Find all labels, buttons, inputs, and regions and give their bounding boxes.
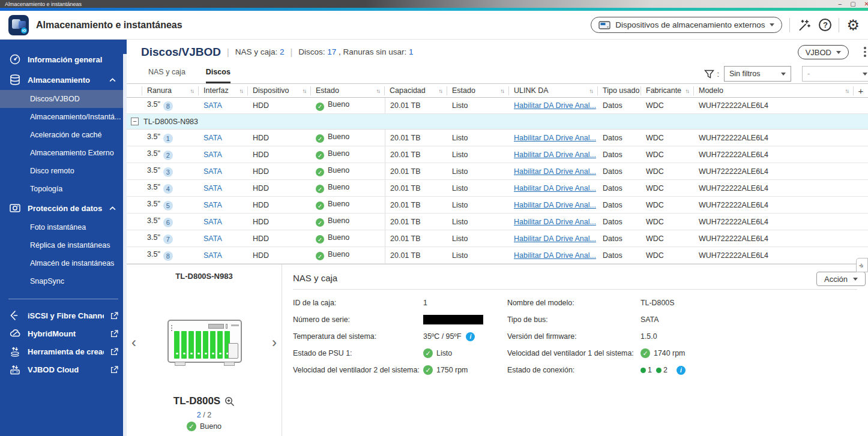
ulink-da-link[interactable]: Habilitar DA Drive Anal... (514, 201, 596, 209)
interface-link[interactable]: SATA (199, 234, 248, 243)
table-row[interactable]: 3.5"2 SATA HDD ✓Bueno 20.01 TB Listo Hab… (127, 146, 868, 163)
more-options-icon[interactable] (862, 47, 868, 57)
ulink-da-link[interactable]: Habilitar DA Drive Anal... (514, 101, 596, 110)
sidebar-item-aceleracion-cache[interactable]: Aceleración de caché (0, 126, 127, 144)
sidebar-item-topologia[interactable]: Topología (0, 180, 127, 198)
field-label: Velocidad del ventilador 1 del sistema: (507, 345, 640, 362)
table-header: Ranura↑↓ Interfaz↑↓ Dispositivo↑↓ Estado… (127, 84, 868, 98)
sidebar-item-almacen-instantaneas[interactable]: Almacén de instantáneas (0, 254, 127, 272)
interface-link[interactable]: SATA (199, 201, 248, 209)
sidebar-item-replica-instantaneas[interactable]: Réplica de instantáneas (0, 236, 127, 254)
sort-icon[interactable]: ↑↓ (190, 88, 195, 94)
add-column-button[interactable]: + (854, 86, 868, 96)
info-icon[interactable]: i (466, 332, 475, 341)
slot-number-badge: 5 (163, 201, 173, 211)
sort-icon[interactable]: ↑↓ (376, 88, 381, 94)
status-ok-icon: ✓ (316, 185, 324, 193)
wand-icon[interactable] (797, 18, 812, 32)
sidebar-item-proteccion-datos[interactable]: Protección de datos (0, 198, 127, 218)
external-storage-devices-button[interactable]: Dispositivos de almacenamiento externos (591, 17, 782, 33)
slot-number-badge: 8 (163, 251, 173, 261)
sort-icon[interactable]: ↑↓ (501, 88, 505, 94)
sort-icon[interactable]: ↑↓ (686, 88, 690, 94)
zoom-in-icon[interactable] (225, 396, 235, 407)
ulink-da-link[interactable]: Habilitar DA Drive Anal... (514, 218, 596, 226)
secondary-filter-select[interactable]: - (802, 66, 868, 82)
collapse-icon[interactable]: − (131, 118, 139, 125)
health-cell: ✓Bueno (311, 250, 385, 261)
sidebar-item-almacenamiento-instantaneas[interactable]: Almacenamiento/Instantá... (0, 108, 127, 126)
chevron-down-icon (781, 73, 786, 76)
sort-icon[interactable]: ↑↓ (439, 88, 444, 94)
interface-link[interactable]: SATA (199, 151, 248, 159)
tab-nas-y-caja[interactable]: NAS y caja (148, 68, 185, 83)
tab-bar: NAS y caja Discos : Sin filtros - (127, 64, 868, 84)
health-cell: ✓Bueno (311, 217, 385, 227)
ulink-da-link[interactable]: Habilitar DA Drive Anal... (514, 184, 596, 193)
table-row[interactable]: 3.5"7 SATA HDD ✓Bueno 20.01 TB Listo Hab… (127, 230, 868, 247)
ulink-da-link[interactable]: Habilitar DA Drive Anal... (514, 234, 596, 243)
sidebar-item-informacion-general[interactable]: Información general (0, 49, 127, 70)
sidebar-item-snapsync[interactable]: SnapSync (0, 272, 127, 290)
field-label: Estado de conexión: (507, 362, 640, 378)
enclosure-group-row[interactable]: − TL-D800S-N983 (127, 114, 868, 130)
divider (293, 289, 857, 290)
enclosure-image[interactable] (167, 320, 242, 363)
interface-link[interactable]: SATA (199, 101, 248, 110)
sidebar-item-foto-instantanea[interactable]: Foto instantánea (0, 218, 127, 236)
sidebar-item-herramienta-creacion[interactable]: Herramienta de creaci... (0, 342, 127, 360)
sort-icon[interactable]: ↑↓ (589, 88, 594, 94)
action-button[interactable]: Acción (816, 272, 866, 286)
tab-discos[interactable]: Discos (206, 68, 231, 83)
prev-enclosure-button[interactable]: ‹ (131, 335, 136, 350)
chevron-up-icon (109, 78, 116, 82)
enclosure-title: TL-D800S-N983 (127, 272, 282, 281)
info-icon[interactable]: i (677, 366, 686, 375)
interface-link[interactable]: SATA (199, 134, 248, 142)
ulink-da-link[interactable]: Habilitar DA Drive Anal... (514, 151, 596, 159)
sidebar-item-discos-vjbod[interactable]: Discos/VJBOD (0, 90, 127, 108)
sidebar-item-almacenamiento-externo[interactable]: Almacenamiento Externo (0, 144, 127, 162)
field-label: Número de serie: (293, 311, 423, 328)
interface-link[interactable]: SATA (199, 251, 248, 260)
sidebar-item-vjbod-cloud[interactable]: VJBOD Cloud (0, 360, 127, 378)
filter-funnel-icon[interactable]: : (704, 70, 719, 79)
sort-icon[interactable]: ↑↓ (240, 88, 244, 94)
field-label: Tipo de bus: (507, 311, 640, 328)
table-row[interactable]: 3.5"5 SATA HDD ✓Bueno 20.01 TB Listo Hab… (127, 197, 868, 214)
storage-app-icon: IO (8, 15, 29, 35)
table-row[interactable]: 3.5"3 SATA HDD ✓Bueno 20.01 TB Listo Hab… (127, 163, 868, 180)
close-button[interactable]: ✕ (864, 1, 868, 7)
interface-link[interactable]: SATA (199, 184, 248, 193)
slot-cell: 3.5"4 (142, 183, 199, 194)
vjbod-button[interactable]: VJBOD (798, 45, 849, 59)
sidebar-item-iscsi-fibre-channel[interactable]: iSCSI y Fibre Channel (0, 306, 127, 324)
sidebar-item-disco-remoto[interactable]: Disco remoto (0, 162, 127, 180)
slot-number-badge: 1 (163, 134, 173, 143)
next-enclosure-button[interactable]: › (272, 335, 277, 350)
sidebar-item-almacenamiento[interactable]: Almacenamiento (0, 70, 127, 90)
sidebar-item-hybridmount[interactable]: HybridMount (0, 324, 127, 342)
help-icon[interactable]: ? (819, 19, 831, 31)
filter-select[interactable]: Sin filtros (724, 66, 791, 82)
table-row[interactable]: 3.5"8 SATA HDD ✓Bueno 20.01 TB Listo Hab… (127, 98, 868, 114)
table-row[interactable]: 3.5"4 SATA HDD ✓Bueno 20.01 TB Listo Hab… (127, 180, 868, 197)
ulink-da-link[interactable]: Habilitar DA Drive Anal... (514, 134, 596, 142)
sort-icon[interactable]: ↑↓ (303, 88, 307, 94)
minimize-button[interactable]: – (839, 1, 842, 7)
gear-icon[interactable]: ⚙ (846, 18, 860, 32)
interface-link[interactable]: SATA (199, 167, 248, 176)
status-ok-icon: ✓ (316, 218, 324, 227)
disk-count-stat: Discos: 17 , Ranuras sin usar: 1 (298, 47, 413, 56)
slot-cell: 3.5"8 (142, 100, 199, 111)
table-row[interactable]: 3.5"1 SATA HDD ✓Bueno 20.01 TB Listo Hab… (127, 130, 868, 146)
interface-link[interactable]: SATA (199, 218, 248, 226)
table-row[interactable]: 3.5"6 SATA HDD ✓Bueno 20.01 TB Listo Hab… (127, 214, 868, 230)
ulink-da-link[interactable]: Habilitar DA Drive Anal... (514, 167, 596, 176)
sort-icon[interactable]: ↑↓ (845, 88, 850, 94)
maximize-button[interactable]: ▢ (850, 1, 855, 7)
field-label: Temperatura del sistema: (293, 328, 423, 345)
ulink-da-link[interactable]: Habilitar DA Drive Anal... (514, 251, 596, 260)
scroll-more-button[interactable]: » (856, 258, 868, 272)
table-row[interactable]: 3.5"8 SATA HDD ✓Bueno 20.01 TB Listo Hab… (127, 247, 868, 264)
